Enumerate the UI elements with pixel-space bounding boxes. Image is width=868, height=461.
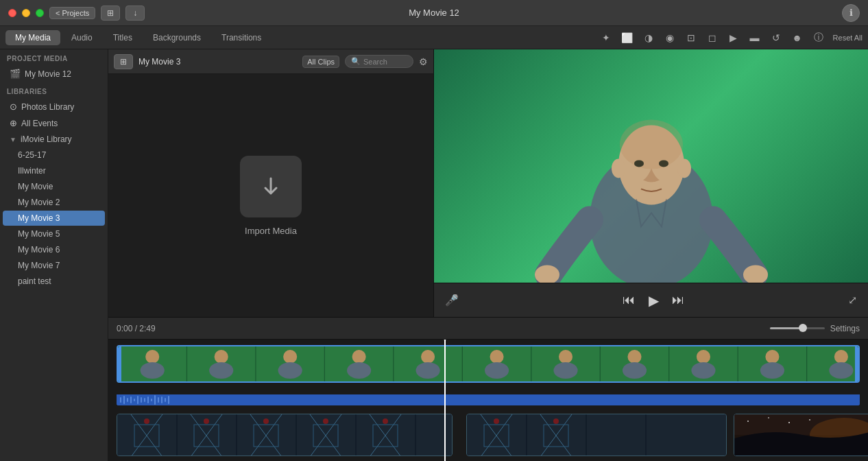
content-area: ⊞ My Movie 3 All Clips 🔍 ⚙ Impo bbox=[108, 49, 868, 461]
preview-panel: 🎤 ⏮ ▶ ⏭ ⤢ bbox=[434, 49, 868, 317]
all-clips-select[interactable]: All Clips bbox=[302, 56, 339, 68]
tab-backgrounds[interactable]: Backgrounds bbox=[143, 30, 210, 45]
monitor-icon[interactable]: ⬜ bbox=[618, 28, 637, 47]
tab-my-media[interactable]: My Media bbox=[5, 30, 60, 45]
color-correction-icon[interactable]: ◑ bbox=[639, 28, 658, 47]
import-media-button[interactable] bbox=[240, 156, 302, 217]
search-input[interactable] bbox=[363, 58, 411, 66]
svg-point-4 bbox=[677, 159, 691, 178]
sidebar-item-label: My Movie 6 bbox=[18, 245, 60, 255]
sidebar-item-all-events[interactable]: ⊕ All Events bbox=[3, 115, 105, 131]
sidebar-item-my-movie-12[interactable]: 🎬 My Movie 12 bbox=[3, 66, 105, 82]
gear-icon[interactable]: ⚙ bbox=[419, 56, 428, 67]
projects-button[interactable]: < Projects bbox=[49, 7, 95, 19]
import-icon[interactable]: ↓ bbox=[125, 5, 145, 21]
close-button[interactable] bbox=[8, 9, 16, 17]
noise-reduction-icon[interactable]: ↺ bbox=[767, 28, 786, 47]
svg-point-38 bbox=[691, 362, 715, 379]
playback-controls: ⏮ ▶ ⏭ bbox=[618, 289, 689, 311]
face-detection-icon[interactable]: ☻ bbox=[788, 28, 807, 47]
svg-point-22 bbox=[141, 362, 165, 379]
broll-clip-3[interactable] bbox=[734, 414, 868, 456]
info-button[interactable]: ℹ bbox=[842, 4, 860, 22]
equalizer-icon[interactable]: ▬ bbox=[745, 28, 764, 47]
tab-transitions[interactable]: Transitions bbox=[212, 30, 271, 45]
audio-waveform-strip bbox=[117, 394, 860, 405]
volume-icon[interactable]: ▶ bbox=[724, 28, 743, 47]
svg-rect-44 bbox=[120, 397, 121, 403]
sidebar-item-label: My Movie 12 bbox=[25, 69, 71, 79]
svg-point-41 bbox=[834, 350, 848, 364]
svg-point-37 bbox=[697, 350, 710, 364]
sidebar-item-label: All Events bbox=[21, 119, 58, 128]
play-pause-button[interactable]: ▶ bbox=[642, 289, 664, 311]
svg-point-5 bbox=[620, 120, 683, 169]
volume-slider[interactable] bbox=[770, 327, 825, 329]
sidebar-item-my-movie-7[interactable]: My Movie 7 bbox=[3, 258, 105, 273]
volume-thumb bbox=[799, 324, 807, 332]
svg-rect-57 bbox=[165, 398, 166, 402]
svg-rect-46 bbox=[127, 398, 128, 402]
grid-view-icon[interactable]: ⊞ bbox=[101, 5, 120, 21]
sidebar-item-my-movie-6[interactable]: My Movie 6 bbox=[3, 242, 105, 257]
svg-rect-50 bbox=[141, 397, 142, 403]
sidebar-item-label: iMovie Library bbox=[21, 134, 72, 144]
sidebar-item-my-movie-5[interactable]: My Movie 5 bbox=[3, 226, 105, 241]
tab-audio[interactable]: Audio bbox=[62, 30, 102, 45]
svg-rect-51 bbox=[144, 398, 145, 402]
clip-info-icon[interactable]: ⓘ bbox=[809, 28, 828, 47]
svg-point-70 bbox=[144, 418, 149, 424]
sidebar-item-label: paint test bbox=[18, 276, 51, 286]
sidebar-item-6-25-17[interactable]: 6-25-17 bbox=[3, 147, 105, 163]
libraries-header: LIBRARIES bbox=[0, 82, 108, 98]
video-person-figure bbox=[535, 68, 768, 283]
crop-icon[interactable]: ⊡ bbox=[682, 28, 701, 47]
svg-rect-54 bbox=[154, 395, 156, 405]
magic-wand-icon[interactable]: ✦ bbox=[596, 28, 616, 47]
movie-icon: 🎬 bbox=[10, 69, 21, 79]
svg-point-81 bbox=[494, 418, 499, 424]
toggle-sidebar-icon[interactable]: ⊞ bbox=[114, 54, 133, 69]
svg-point-24 bbox=[209, 362, 233, 379]
media-browser: ⊞ My Movie 3 All Clips 🔍 ⚙ Impo bbox=[108, 49, 434, 317]
go-to-start-button[interactable]: ⏮ bbox=[618, 289, 640, 311]
svg-point-26 bbox=[278, 362, 302, 379]
color-wheel-icon[interactable]: ◉ bbox=[660, 28, 679, 47]
sidebar-item-paint-test[interactable]: paint test bbox=[3, 274, 105, 289]
minimize-button[interactable] bbox=[22, 9, 30, 17]
svg-rect-47 bbox=[130, 397, 132, 403]
sidebar-item-photos-library[interactable]: ⊙ Photos Library bbox=[3, 99, 105, 115]
svg-point-72 bbox=[263, 418, 269, 424]
svg-rect-58 bbox=[168, 396, 169, 404]
stabilize-icon[interactable]: ◻ bbox=[703, 28, 722, 47]
sidebar: PROJECT MEDIA 🎬 My Movie 12 LIBRARIES ⊙ … bbox=[0, 49, 108, 461]
fullscreen-icon[interactable]: ⤢ bbox=[848, 294, 857, 307]
import-media-label: Import Media bbox=[245, 226, 297, 236]
microphone-icon[interactable]: 🎤 bbox=[445, 294, 459, 307]
go-to-end-button[interactable]: ⏭ bbox=[667, 289, 689, 311]
clip-handle-left[interactable] bbox=[118, 346, 121, 383]
broll-clip-2[interactable] bbox=[466, 414, 727, 456]
sidebar-item-illwinter[interactable]: Illwinter bbox=[3, 163, 105, 178]
sidebar-item-my-movie-3[interactable]: My Movie 3 bbox=[3, 211, 105, 226]
tab-titles[interactable]: Titles bbox=[104, 30, 142, 45]
broll-clip-1[interactable] bbox=[117, 414, 453, 456]
media-title: My Movie 3 bbox=[138, 57, 297, 67]
broll-thumbnails-2 bbox=[467, 414, 726, 456]
clip-thumbnails bbox=[118, 346, 858, 383]
clip-handle-right[interactable] bbox=[855, 346, 858, 383]
settings-label[interactable]: Settings bbox=[830, 324, 860, 333]
maximize-button[interactable] bbox=[36, 9, 44, 17]
svg-point-23 bbox=[215, 350, 228, 364]
search-box: 🔍 bbox=[345, 55, 413, 68]
sidebar-item-imovie-library[interactable]: ▼ iMovie Library bbox=[3, 132, 105, 147]
svg-rect-48 bbox=[134, 399, 135, 401]
sidebar-item-my-movie-2[interactable]: My Movie 2 bbox=[3, 195, 105, 210]
svg-point-3 bbox=[612, 159, 625, 178]
timeline-settings: Settings bbox=[770, 324, 860, 333]
main-video-clip[interactable]: 37.3s bbox=[117, 345, 860, 383]
reset-all-button[interactable]: Reset All bbox=[833, 34, 863, 42]
playhead[interactable] bbox=[444, 340, 446, 461]
sidebar-item-my-movie[interactable]: My Movie bbox=[3, 179, 105, 194]
timeline-timecode: 0:00 / 2:49 bbox=[117, 324, 156, 333]
